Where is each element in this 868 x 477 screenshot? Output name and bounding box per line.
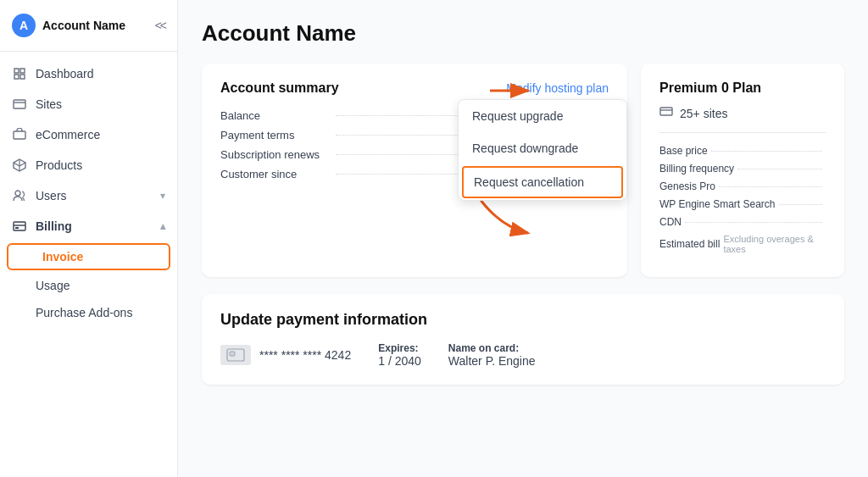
svg-rect-1 (14, 131, 25, 139)
sidebar: A Account Name << Dashboard Sites (0, 0, 178, 477)
billing-freq-label: Billing frequency (659, 163, 734, 175)
products-icon (12, 158, 27, 173)
premium-plan-title: Premium 0 Plan (659, 80, 826, 96)
sidebar-item-label: Users (36, 189, 67, 202)
sidebar-header: A Account Name << (0, 0, 177, 52)
sidebar-item-dashboard[interactable]: Dashboard (0, 58, 177, 89)
card-info: **** **** **** 4242 (220, 345, 351, 365)
sites-icon (12, 97, 27, 112)
chevron-down-icon: ▾ (160, 190, 165, 202)
payment-terms-label: Payment terms (220, 129, 331, 141)
subscription-label: Subscription renews (220, 148, 331, 161)
svg-rect-8 (660, 108, 672, 115)
svg-rect-10 (230, 352, 235, 356)
brand-name: Account Name (42, 19, 125, 32)
sidebar-item-invoice[interactable]: Invoice (7, 243, 170, 270)
plan-detail-cdn: CDN (659, 216, 826, 228)
customer-since-label: Customer since (220, 168, 331, 180)
premium-plan-card: Premium 0 Plan 25+ sites Base price (641, 64, 844, 277)
plan-detail-smart-search: WP Engine Smart Search (659, 198, 826, 210)
dropdown-item-upgrade[interactable]: Request upgrade (459, 100, 626, 132)
ecommerce-icon (12, 127, 27, 142)
users-icon (12, 188, 27, 203)
payment-title: Update payment information (220, 311, 826, 329)
main-content-area: Account Name Account summary Modify host… (178, 0, 868, 477)
sidebar-item-label: Products (36, 158, 82, 172)
sidebar-brand: A Account Name (12, 14, 125, 37)
cdn-label: CDN (659, 216, 682, 228)
smart-search-label: WP Engine Smart Search (659, 198, 776, 210)
billing-icon (12, 219, 27, 234)
svg-rect-0 (14, 100, 25, 108)
account-summary-title: Account summary (220, 80, 339, 96)
expires-value: 1 / 2040 (378, 354, 421, 368)
chevron-up-icon: ▴ (160, 220, 165, 232)
card-header: Account summary Modify hosting plan (220, 80, 609, 96)
expires-label: Expires: (378, 342, 421, 354)
sidebar-nav: Dashboard Sites eCommerce (0, 52, 177, 477)
purchase-addons-label: Purchase Add-ons (36, 306, 132, 319)
estimated-label: Estimated bill (659, 238, 720, 250)
name-label: Name on card: (448, 342, 536, 354)
sidebar-item-billing[interactable]: Billing ▴ (0, 211, 177, 241)
name-on-card-group: Name on card: Walter P. Engine (448, 342, 536, 368)
balance-label: Balance (220, 109, 331, 122)
sidebar-item-label: Sites (36, 97, 62, 111)
sidebar-item-purchase-addons[interactable]: Purchase Add-ons (0, 299, 177, 326)
dropdown-menu: Request upgrade Request downgrade Reques… (458, 99, 627, 201)
svg-rect-5 (15, 227, 19, 229)
base-price-label: Base price (659, 145, 708, 157)
payment-row: **** **** **** 4242 Expires: 1 / 2040 Na… (220, 342, 826, 368)
account-summary-card: Account summary Modify hosting plan Bala… (202, 64, 627, 277)
sites-badge: 25+ sites (659, 106, 826, 133)
main-content: Account Name Account summary Modify host… (178, 0, 868, 477)
sidebar-item-label: eCommerce (36, 128, 100, 141)
invoice-label: Invoice (42, 250, 83, 263)
expiry-group: Expires: 1 / 2040 (378, 342, 421, 368)
plan-detail-genesis: Genesis Pro (659, 180, 826, 192)
name-value: Walter P. Engine (448, 354, 536, 368)
page-title: Account Name (202, 20, 844, 47)
collapse-button[interactable]: << (155, 19, 165, 32)
genesis-label: Genesis Pro (659, 180, 715, 192)
payment-section: Update payment information **** **** ***… (202, 294, 844, 385)
plan-detail-billing-freq: Billing frequency (659, 163, 826, 175)
sidebar-item-products[interactable]: Products (0, 150, 177, 180)
plan-detail-base-price: Base price (659, 145, 826, 157)
sidebar-item-label: Billing (36, 219, 72, 233)
sidebar-item-ecommerce[interactable]: eCommerce (0, 119, 177, 150)
avatar: A (12, 14, 36, 37)
dropdown-item-cancellation[interactable]: Request cancellation (462, 166, 623, 198)
svg-rect-4 (14, 222, 25, 230)
sidebar-item-users[interactable]: Users ▾ (0, 180, 177, 211)
dashboard-icon (12, 66, 27, 81)
card-number: **** **** **** 4242 (259, 348, 351, 362)
sites-count: 25+ sites (680, 107, 727, 120)
estimated-note: Excluding overages & taxes (723, 234, 819, 254)
usage-label: Usage (36, 279, 70, 292)
sites-icon (659, 106, 673, 120)
modify-plan-link[interactable]: Modify hosting plan (506, 81, 609, 95)
card-chip-icon (220, 345, 251, 365)
svg-point-3 (15, 191, 20, 196)
dropdown-item-downgrade[interactable]: Request downgrade (459, 132, 626, 164)
sidebar-item-sites[interactable]: Sites (0, 89, 177, 119)
sidebar-item-usage[interactable]: Usage (0, 272, 177, 299)
cards-row: Account summary Modify hosting plan Bala… (202, 64, 844, 277)
sidebar-item-label: Dashboard (36, 67, 94, 80)
plan-detail-estimated: Estimated bill Excluding overages & taxe… (659, 234, 826, 254)
